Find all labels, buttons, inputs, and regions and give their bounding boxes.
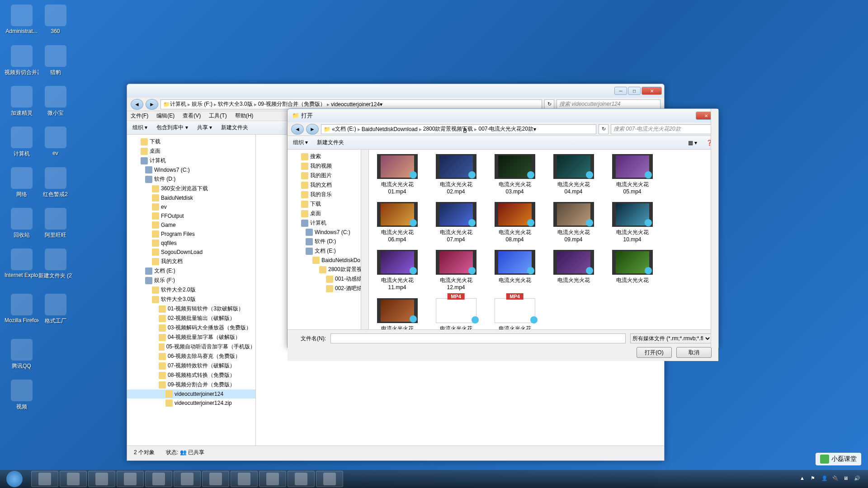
tree-item[interactable]: 07-视频特效软件（破解版） [127, 361, 255, 371]
menu-item[interactable]: 文件(F) [131, 112, 148, 120]
desktop-icon[interactable]: Administrat... [5, 5, 38, 34]
tree-item[interactable]: 计算机 [288, 218, 368, 228]
file-thumbnail[interactable]: 电流火光火花03.mp4 [491, 154, 538, 195]
desktop-icon[interactable]: ev [38, 127, 72, 156]
desktop-icon[interactable]: 视频剪切合并器 [5, 45, 38, 76]
tree-item[interactable]: 搜索 [288, 152, 368, 161]
breadcrumb-item[interactable]: 娱乐 (F:) [192, 100, 212, 108]
taskbar-item[interactable] [145, 471, 172, 487]
toolbar-item[interactable]: 组织 ▾ [132, 124, 147, 131]
tree-item[interactable]: 软件大全3.0版 [127, 295, 255, 304]
back-button[interactable]: ◄ [291, 124, 304, 135]
tree-item[interactable]: 软件 (D:) [127, 174, 255, 184]
tree-item[interactable]: 2800款背景视 [288, 265, 368, 274]
file-thumbnail[interactable]: 电流火光火花09.mp4 [550, 202, 597, 243]
breadcrumb-item[interactable]: 软件大全3.0版 [218, 100, 253, 108]
tree-item[interactable]: 我的视频 [288, 161, 368, 171]
breadcrumb-item[interactable]: 09-视频分割合并（免费版） [258, 100, 326, 108]
forward-button[interactable]: ► [306, 124, 319, 135]
tree-item[interactable]: 计算机 [127, 156, 255, 165]
taskbar-item[interactable] [202, 471, 229, 487]
taskbar-item[interactable] [288, 471, 315, 487]
tree-item[interactable]: 文档 (E:) [288, 246, 368, 256]
file-thumbnail[interactable]: 电流火光火花 [432, 298, 480, 329]
file-thumbnail[interactable]: 电流火光火花 [491, 250, 538, 291]
tree-item[interactable]: BaiduNetdisk [127, 193, 255, 202]
scrollbar[interactable] [361, 150, 368, 329]
folder-tree[interactable]: 下载桌面计算机Windows7 (C:)软件 (D:)360安全浏览器下载Bai… [127, 135, 256, 446]
desktop-icon[interactable]: 网络 [5, 167, 38, 198]
desktop-icon[interactable]: 格式工厂 [38, 294, 72, 325]
tree-item[interactable]: 06-视频去除马赛克（免费版） [127, 352, 255, 361]
tree-item[interactable]: 09-视频分割合并（免费版） [127, 380, 255, 389]
breadcrumb-item[interactable]: 计算机 [170, 100, 186, 108]
desktop-icon[interactable]: 加速精灵 [5, 86, 38, 117]
minimize-button[interactable]: ─ [614, 87, 627, 95]
open-button[interactable]: 打开(O) [637, 347, 672, 358]
tree-item[interactable]: videocutterjoiner124.zip [127, 399, 255, 408]
search-input[interactable]: 搜索 007-电流火光火花20款 [611, 124, 715, 134]
filename-input[interactable] [330, 333, 626, 343]
tree-item[interactable]: 03-视频解码大全播放器（免费版） [127, 323, 255, 333]
file-thumbnail[interactable]: 电流火光火花07.mp4 [432, 202, 480, 243]
tray-icon[interactable]: 🔌 [832, 475, 840, 483]
refresh-button[interactable]: ↻ [599, 124, 609, 134]
breadcrumb-item[interactable]: BaiduNetdiskDownload [362, 126, 418, 132]
file-thumbnail[interactable]: 电流火光火花10.mp4 [609, 202, 656, 243]
refresh-button[interactable]: ↻ [544, 99, 554, 109]
file-thumbnail[interactable]: 电流火光火花04.mp4 [550, 154, 597, 195]
tree-item[interactable]: FFOutput [127, 211, 255, 221]
tree-item[interactable]: 下载 [127, 137, 255, 146]
tree-item[interactable]: 08-视频格式转换（免费版） [127, 371, 255, 380]
tree-item[interactable]: 软件大全2.0版 [127, 285, 255, 295]
tree-item[interactable]: 我的音乐 [288, 190, 368, 199]
tree-item[interactable]: 娱乐 (F:) [127, 276, 255, 285]
file-thumbnails[interactable]: 电流火光火花01.mp4电流火光火花02.mp4电流火光火花03.mp4电流火光… [369, 150, 718, 329]
taskbar-item[interactable] [316, 471, 343, 487]
cancel-button[interactable]: 取消 [676, 347, 712, 358]
system-tray[interactable]: ▲ ⚑ 👤 🔌 🖥 🔊 [800, 475, 866, 483]
taskbar-item[interactable] [259, 471, 286, 487]
file-thumbnail[interactable]: 电流火光火花 [491, 298, 538, 329]
toolbar-item[interactable]: 共享 ▾ [197, 124, 212, 131]
filter-select[interactable]: 所有媒体文件 (*.rm;*.rmvb;*.fl [630, 333, 712, 343]
file-thumbnail[interactable]: 电流火光火花06.mp4 [373, 202, 421, 243]
tree-item[interactable]: 我的文档 [288, 180, 368, 190]
file-thumbnail[interactable]: 电流火光火花08.mp4 [491, 202, 538, 243]
tray-icon[interactable]: ▲ [800, 475, 807, 483]
breadcrumb-item[interactable]: videocutterjoiner124 [331, 101, 380, 108]
view-icons[interactable]: ▦ ▾ [688, 140, 697, 146]
file-thumbnail[interactable]: 电流火光火花02.mp4 [432, 154, 480, 195]
toolbar-item[interactable]: 新建文件夹 [221, 124, 248, 131]
tree-item[interactable]: 我的文档 [127, 257, 255, 266]
tray-icon[interactable]: 🖥 [843, 475, 850, 483]
file-thumbnail[interactable]: 电流火光火花12.mp4 [432, 250, 480, 291]
tree-item[interactable]: 桌面 [288, 209, 368, 218]
taskbar-item[interactable] [117, 471, 144, 487]
toolbar-item[interactable]: 组织 ▾ [293, 139, 308, 146]
file-thumbnail[interactable]: 电流火光火花 [609, 250, 656, 291]
forward-button[interactable]: ► [146, 99, 158, 110]
tree-item[interactable]: Windows7 (C:) [127, 165, 255, 174]
taskbar-item[interactable] [31, 471, 58, 487]
file-thumbnail[interactable]: 电流火光火花01.mp4 [373, 154, 421, 195]
menu-item[interactable]: 编辑(E) [156, 112, 175, 120]
desktop-icon[interactable]: 360 [38, 5, 72, 34]
taskbar-item[interactable] [60, 471, 87, 487]
tree-item[interactable]: 05-视频自动听语音加字幕（手机版） [127, 342, 255, 352]
back-button[interactable]: ◄ [131, 99, 143, 110]
tree-item[interactable]: 桌面 [127, 146, 255, 156]
taskbar-item[interactable] [231, 471, 258, 487]
tree-item[interactable]: BaiduNetdiskDo [288, 256, 368, 265]
breadcrumb-item[interactable]: 007-电流火光火花20款 [478, 125, 533, 133]
open-folder-tree[interactable]: 搜索我的视频我的图片我的文档我的音乐下载桌面计算机Windows7 (C:)软件… [288, 150, 369, 329]
tree-item[interactable]: Game [127, 221, 255, 230]
toolbar-item[interactable]: 新建文件夹 [317, 139, 344, 146]
desktop-icon[interactable]: 回收站 [5, 208, 38, 239]
tree-item[interactable]: ev [127, 202, 255, 211]
desktop-icon[interactable]: Internet Explorer [5, 249, 38, 278]
desktop-icon[interactable]: 腾讯QQ [5, 339, 38, 370]
desktop-icon[interactable]: 阿里旺旺 [38, 208, 72, 239]
file-thumbnail[interactable]: 电流火光火花05.mp4 [609, 154, 656, 195]
breadcrumb[interactable]: 📁 计算机▸娱乐 (F:)▸软件大全3.0版▸09-视频分割合并（免费版）▸vi… [160, 99, 542, 109]
